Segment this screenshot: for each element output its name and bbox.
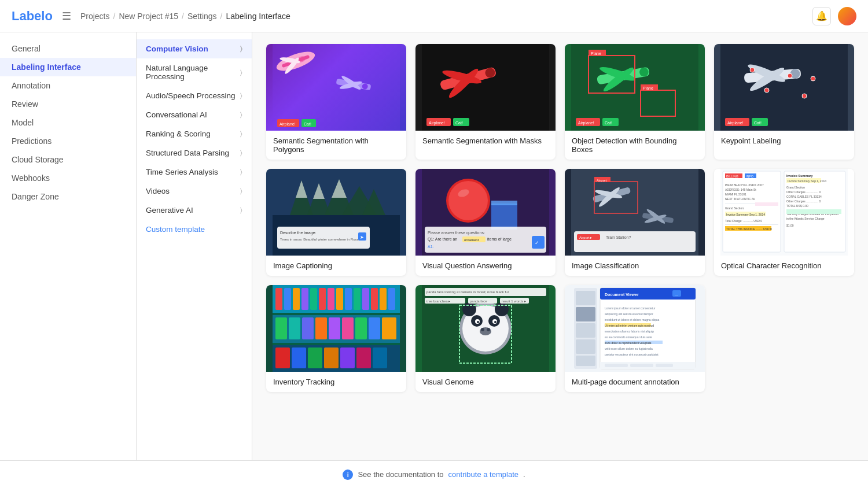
card-thumb-inventory bbox=[266, 285, 406, 372]
svg-rect-130 bbox=[275, 288, 282, 310]
svg-rect-155 bbox=[273, 343, 400, 345]
card-obj-detect[interactable]: Plane Plane Airplane! Cat! Obje bbox=[565, 44, 705, 160]
card-sem-seg-mask[interactable]: Airplane! Cat! Semantic Segmentation wit… bbox=[415, 44, 556, 160]
svg-text:...: ... bbox=[675, 292, 678, 296]
svg-rect-139 bbox=[354, 288, 361, 310]
breadcrumb-projects[interactable]: Projects bbox=[80, 12, 110, 21]
card-multipage[interactable]: Document Viewer ... Lorem ipsum dolor si… bbox=[565, 285, 705, 392]
svg-rect-141 bbox=[371, 288, 378, 310]
cat-time-series[interactable]: Time Series Analysis 〉 bbox=[137, 162, 252, 182]
svg-text:Lorem ipsum dolor sit amet con: Lorem ipsum dolor sit amet consectetur bbox=[605, 306, 656, 310]
svg-text:Other Charges ............... : Other Charges ............... 0 bbox=[786, 190, 821, 194]
cat-videos[interactable]: Videos 〉 bbox=[137, 182, 252, 201]
svg-text:in the Atlantic Service Charge: in the Atlantic Service Charge bbox=[786, 217, 825, 220]
contribute-link[interactable]: contribute a template bbox=[448, 470, 518, 479]
svg-rect-14 bbox=[422, 44, 549, 131]
svg-rect-154 bbox=[382, 317, 396, 339]
logo[interactable]: Labelo bbox=[12, 9, 53, 24]
svg-text:Invoice Summary Sep 1, 2014: Invoice Summary Sep 1, 2014 bbox=[788, 179, 826, 183]
sidebar-item-danger-zone[interactable]: Danger Zone bbox=[0, 187, 136, 206]
card-thumb-keypoint: Airplane! Cat! bbox=[714, 44, 854, 131]
bell-icon: 🔔 bbox=[816, 10, 827, 21]
notification-button[interactable]: 🔔 bbox=[812, 7, 831, 25]
svg-rect-131 bbox=[284, 288, 291, 310]
breadcrumb-sep-2: / bbox=[182, 12, 184, 21]
card-title-seg-poly: Semantic Segmentation with Polygons bbox=[273, 136, 399, 154]
chevron-right-icon-audio: 〉 bbox=[240, 92, 242, 99]
svg-rect-71 bbox=[491, 204, 517, 230]
card-inventory[interactable]: Inventory Tracking bbox=[266, 285, 406, 392]
svg-rect-146 bbox=[275, 317, 287, 339]
card-img-caption[interactable]: Describe the image: Trees in snow. Beaut… bbox=[266, 169, 406, 276]
svg-point-174 bbox=[481, 328, 484, 331]
cat-conversational-ai[interactable]: Conversational AI 〉 bbox=[137, 105, 252, 124]
breadcrumb-sep-1: / bbox=[113, 12, 116, 21]
cat-audio[interactable]: Audio/Speech Processing 〉 bbox=[137, 86, 252, 105]
svg-text:Airport ▸: Airport ▸ bbox=[579, 236, 592, 239]
card-info-vqa: Visual Question Answering bbox=[415, 256, 556, 276]
svg-text:panda face looking at camera i: panda face looking at camera in forest; … bbox=[426, 290, 509, 294]
sidebar-item-predictions[interactable]: Predictions bbox=[0, 132, 136, 150]
cat-custom-template[interactable]: Custom template bbox=[137, 220, 252, 239]
svg-rect-213 bbox=[656, 364, 673, 367]
card-img-class[interactable]: Airport Airport ▸ Train Station? Image C… bbox=[565, 169, 705, 276]
chevron-right-icon-conv: 〉 bbox=[240, 111, 242, 119]
svg-text:Invoice Summary Sep 1, 2014: Invoice Summary Sep 1, 2014 bbox=[726, 213, 765, 216]
sidebar-item-review[interactable]: Review bbox=[0, 95, 136, 113]
card-ocr[interactable]: BILLING INFO PALM BEACH FL 33401 2007 AD… bbox=[714, 169, 854, 276]
svg-text:Q1:  Are there an: Q1: Are there an bbox=[428, 237, 457, 242]
svg-text:NEXT IN ATLANTIC AV: NEXT IN ATLANTIC AV bbox=[725, 197, 756, 201]
sidebar-item-annotation[interactable]: Annotation bbox=[0, 76, 136, 95]
card-title-inventory: Inventory Tracking bbox=[273, 378, 399, 386]
card-visual-genome[interactable]: panda face looking at camera in forest; … bbox=[415, 285, 556, 392]
svg-text:pariatur excepteur sint occaec: pariatur excepteur sint occaecat cupidat… bbox=[605, 353, 659, 356]
inventory-svg bbox=[266, 285, 406, 372]
cat-nlp[interactable]: Natural Language Processing 〉 bbox=[137, 58, 252, 86]
svg-text:Airplane!: Airplane! bbox=[727, 121, 744, 125]
breadcrumb: Projects / New Project #15 / Settings / … bbox=[80, 12, 290, 21]
svg-text:incididunt ut labore et dolore: incididunt ut labore et dolore magna ali… bbox=[605, 318, 659, 321]
svg-text:TOTAL US$ 0.00: TOTAL US$ 0.00 bbox=[786, 204, 808, 208]
svg-text:Total Charge: ............ USD: Total Charge: ............ USD 0 bbox=[725, 219, 762, 223]
card-title-img-class: Image Classification bbox=[572, 261, 698, 270]
svg-rect-140 bbox=[362, 288, 369, 310]
svg-text:BILLING: BILLING bbox=[726, 175, 738, 178]
card-thumb-vqa: Please answer these questions: Q1: Are t… bbox=[415, 169, 556, 256]
sidebar-item-general[interactable]: General bbox=[0, 39, 136, 58]
breadcrumb-new-project[interactable]: New Project #15 bbox=[119, 12, 178, 21]
svg-rect-212 bbox=[630, 364, 653, 367]
sidebar-item-labeling-interface[interactable]: Labeling Interface bbox=[0, 58, 136, 76]
breadcrumb-settings[interactable]: Settings bbox=[187, 12, 217, 21]
card-sem-seg-poly[interactable]: Airplane! Cat! Semantic Segmentation wit… bbox=[266, 44, 406, 160]
sidebar-item-webhooks[interactable]: Webhooks bbox=[0, 169, 136, 187]
cat-ranking-scoring[interactable]: Ranking & Scoring 〉 bbox=[137, 124, 252, 143]
img-class-svg: Airport Airport ▸ Train Station? bbox=[565, 169, 705, 256]
menu-toggle-button[interactable]: ☰ bbox=[62, 10, 71, 23]
sidebar-item-cloud-storage[interactable]: Cloud Storage bbox=[0, 150, 136, 169]
cat-structured-data[interactable]: Structured Data Parsing 〉 bbox=[137, 143, 252, 162]
avatar[interactable] bbox=[838, 7, 856, 25]
vqa-svg: Please answer these questions: Q1: Are t… bbox=[415, 169, 556, 256]
svg-text:MIAMI FL 33101: MIAMI FL 33101 bbox=[725, 193, 746, 196]
svg-text:Airplane!: Airplane! bbox=[429, 121, 445, 125]
sidebar-item-model[interactable]: Model bbox=[0, 113, 136, 132]
card-info-seg-poly: Semantic Segmentation with Polygons bbox=[266, 131, 406, 160]
svg-text:Document Viewer: Document Viewer bbox=[605, 293, 639, 297]
card-vqa[interactable]: Please answer these questions: Q1: Are t… bbox=[415, 169, 556, 276]
cat-generative-ai[interactable]: Generative AI 〉 bbox=[137, 201, 252, 220]
svg-text:Airport: Airport bbox=[597, 179, 607, 182]
sidebar: General Labeling Interface Annotation Re… bbox=[0, 32, 137, 460]
cat-computer-vision[interactable]: Computer Vision 〉 bbox=[137, 39, 252, 58]
svg-text:result 1 words ▸: result 1 words ▸ bbox=[502, 300, 526, 303]
svg-text:Invoice Summary: Invoice Summary bbox=[786, 174, 813, 178]
svg-text:Grand Section: Grand Section bbox=[786, 186, 805, 189]
chevron-right-icon-gen: 〉 bbox=[240, 206, 242, 214]
card-title-multipage: Multi-page document annotation bbox=[572, 378, 698, 386]
svg-text:Describe the image:: Describe the image: bbox=[280, 231, 316, 235]
card-thumb-img-caption: Describe the image: Trees in snow. Beaut… bbox=[266, 169, 406, 256]
svg-rect-143 bbox=[388, 288, 395, 310]
card-thumb-seg-mask: Airplane! Cat! bbox=[415, 44, 556, 131]
card-keypoint[interactable]: Airplane! Cat! Keypoint Labeling bbox=[714, 44, 854, 160]
svg-point-177 bbox=[495, 302, 509, 316]
svg-rect-151 bbox=[342, 317, 354, 339]
